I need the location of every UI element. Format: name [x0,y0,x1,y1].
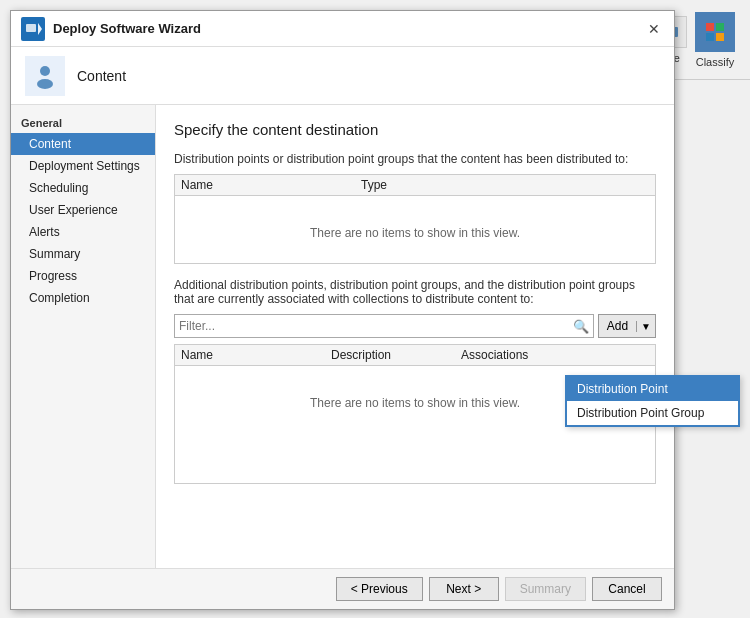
svg-rect-3 [26,24,36,32]
search-icon: 🔍 [573,319,589,334]
header-icon-box [25,56,65,96]
svg-point-5 [40,66,50,76]
sidebar-item-completion[interactable]: Completion [11,287,155,309]
cancel-button[interactable]: Cancel [592,577,662,601]
lower-col-associations: Associations [461,348,541,362]
add-button-label: Add [599,319,636,333]
sidebar-item-summary[interactable]: Summary [11,243,155,265]
wizard-footer: < Previous Next > Summary Cancel [11,568,674,609]
header-title: Content [77,68,126,84]
classify-icon [695,12,735,52]
upper-col-type: Type [361,178,441,192]
upper-distribution-table: Name Type There are no items to show in … [174,174,656,264]
wizard-nav: General Content Deployment Settings Sche… [11,105,156,568]
svg-point-6 [37,79,53,89]
wizard-body: General Content Deployment Settings Sche… [11,105,674,568]
nav-section-general: General [11,113,155,133]
add-dropdown-arrow[interactable]: ▼ [636,321,655,332]
lower-description: Additional distribution points, distribu… [174,278,656,306]
upper-col-name: Name [181,178,361,192]
add-button[interactable]: Add ▼ [598,314,656,338]
filter-input[interactable] [179,319,573,333]
sidebar-item-alerts[interactable]: Alerts [11,221,155,243]
upper-table-header: Name Type [175,175,655,196]
wizard-title: Deploy Software Wizard [53,21,201,36]
deploy-icon [21,17,45,41]
upper-description: Distribution points or distribution poin… [174,152,656,166]
lower-col-description: Description [331,348,461,362]
classify-ribbon-button[interactable]: Classify [695,12,735,68]
filter-input-wrap: 🔍 [174,314,594,338]
next-button[interactable]: Next > [429,577,499,601]
dropdown-item-distribution-point-group[interactable]: Distribution Point Group [567,401,738,425]
filter-add-row: 🔍 Add ▼ [174,314,656,338]
dropdown-item-distribution-point[interactable]: Distribution Point [567,377,738,401]
upper-table-empty: There are no items to show in this view. [175,196,655,270]
wizard-dialog: Deploy Software Wizard ✕ Content General… [10,10,675,610]
sidebar-item-user-experience[interactable]: User Experience [11,199,155,221]
sidebar-item-scheduling[interactable]: Scheduling [11,177,155,199]
previous-button[interactable]: < Previous [336,577,423,601]
title-bar: Deploy Software Wizard ✕ [11,11,674,47]
wizard-main-content: Specify the content destination Distribu… [156,105,674,568]
add-dropdown-menu: Distribution Point Distribution Point Gr… [565,375,740,427]
lower-table-header: Name Description Associations [175,345,655,366]
wizard-header-section: Content [11,47,674,105]
close-button[interactable]: ✕ [644,19,664,39]
sidebar-item-content[interactable]: Content [11,133,155,155]
summary-button[interactable]: Summary [505,577,586,601]
classify-label: Classify [696,56,735,68]
sidebar-item-progress[interactable]: Progress [11,265,155,287]
title-bar-left: Deploy Software Wizard [21,17,201,41]
svg-marker-4 [38,23,42,35]
page-title: Specify the content destination [174,121,656,138]
lower-col-name: Name [181,348,331,362]
sidebar-item-deployment-settings[interactable]: Deployment Settings [11,155,155,177]
